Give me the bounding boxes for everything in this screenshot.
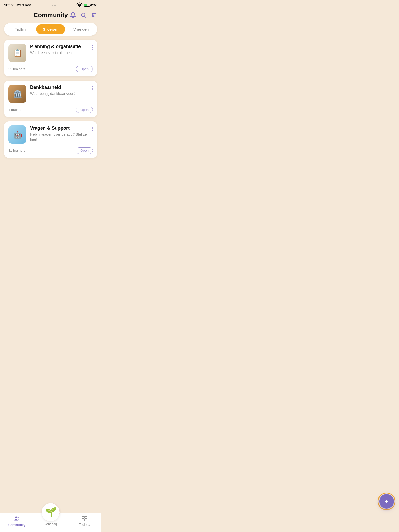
tab-tijdlijn[interactable]: Tijdlijn xyxy=(6,24,35,34)
group-menu-support[interactable] xyxy=(92,125,93,131)
group-info-dankbaarheid: Dankbaarheid Waar ben jij dankbaar voor? xyxy=(30,85,88,96)
group-info-planning: Planning & organisatie Wordt een ster in… xyxy=(30,44,88,56)
wifi-icon xyxy=(76,2,83,8)
group-name-planning: Planning & organisatie xyxy=(30,44,88,49)
group-brainers-planning: 21 brainers xyxy=(8,67,25,71)
group-name-support: Vragen & Support xyxy=(30,125,88,131)
group-card-dankbaarheid[interactable]: 🏛️ Dankbaarheid Waar ben jij dankbaar vo… xyxy=(4,81,97,117)
group-brainers-support: 31 brainers xyxy=(8,149,25,152)
group-card-bottom: 1 brainers Open xyxy=(8,106,93,113)
group-menu-planning[interactable] xyxy=(92,44,93,50)
battery-fill xyxy=(84,4,87,6)
status-dots xyxy=(52,5,56,6)
open-badge-dankbaarheid[interactable]: Open xyxy=(76,107,93,113)
dot-1 xyxy=(52,5,53,6)
battery-icon xyxy=(84,4,90,7)
svg-point-0 xyxy=(79,6,80,7)
dot-2 xyxy=(54,5,55,6)
group-desc-dankbaarheid: Waar ben jij dankbaar voor? xyxy=(30,91,88,96)
filter-button[interactable] xyxy=(90,12,97,18)
group-avatar-planning: 📋 xyxy=(8,44,26,62)
svg-point-1 xyxy=(81,13,85,17)
group-name-dankbaarheid: Dankbaarheid xyxy=(30,85,88,90)
header: Community xyxy=(0,9,101,23)
group-card-top: 🤖 Vragen & Support Heb jij vragen over d… xyxy=(8,125,93,144)
open-badge-support[interactable]: Open xyxy=(76,147,93,154)
group-desc-support: Heb jij vragen over de app? Stel ze hier… xyxy=(30,132,88,142)
menu-dot xyxy=(92,89,93,90)
status-date: Wo 9 nov. xyxy=(16,3,32,7)
bell-icon xyxy=(70,12,76,18)
group-avatar-dankbaarheid: 🏛️ xyxy=(8,85,26,103)
header-actions xyxy=(70,12,97,18)
group-card-bottom: 31 brainers Open xyxy=(8,147,93,154)
menu-dot xyxy=(92,88,93,89)
svg-point-5 xyxy=(94,13,95,14)
group-card-bottom: 21 brainers Open xyxy=(8,65,93,72)
search-button[interactable] xyxy=(80,12,87,18)
group-brainers-dankbaarheid: 1 brainers xyxy=(8,108,23,112)
status-time: 16:32 xyxy=(4,3,14,7)
page-title: Community xyxy=(34,11,68,19)
menu-dot xyxy=(92,47,93,48)
tab-bar: Tijdlijn Groepen Vrienden xyxy=(4,23,97,36)
menu-dot xyxy=(92,49,93,50)
group-menu-dankbaarheid[interactable] xyxy=(92,85,93,90)
status-right: 45% xyxy=(76,2,97,8)
menu-dot xyxy=(92,128,93,129)
group-info-support: Vragen & Support Heb jij vragen over de … xyxy=(30,125,88,142)
group-desc-planning: Wordt een ster in plannen. xyxy=(30,50,88,56)
tab-vrienden[interactable]: Vrienden xyxy=(66,24,96,34)
menu-dot xyxy=(92,130,93,131)
search-icon xyxy=(80,12,87,18)
menu-dot xyxy=(92,127,93,128)
group-card-planning[interactable]: 📋 Planning & organisatie Wordt een ster … xyxy=(4,40,97,76)
tab-section: Tijdlijn Groepen Vrienden xyxy=(0,23,101,40)
svg-point-6 xyxy=(92,15,93,16)
group-card-support[interactable]: 🤖 Vragen & Support Heb jij vragen over d… xyxy=(4,121,97,158)
battery-indicator: 45% xyxy=(84,3,97,7)
menu-dot xyxy=(92,45,93,46)
status-bar: 16:32 Wo 9 nov. 45% xyxy=(0,0,101,9)
group-avatar-support: 🤖 xyxy=(8,125,26,144)
groups-list: 📋 Planning & organisatie Wordt een ster … xyxy=(0,40,101,158)
group-card-top: 🏛️ Dankbaarheid Waar ben jij dankbaar vo… xyxy=(8,85,93,103)
menu-dot xyxy=(92,86,93,87)
filter-icon xyxy=(91,12,97,18)
dot-3 xyxy=(55,5,56,6)
open-badge-planning[interactable]: Open xyxy=(76,66,93,72)
bell-button[interactable] xyxy=(70,12,76,18)
tab-groepen[interactable]: Groepen xyxy=(36,24,65,34)
svg-point-7 xyxy=(94,16,95,17)
group-card-top: 📋 Planning & organisatie Wordt een ster … xyxy=(8,44,93,62)
battery-percentage: 45% xyxy=(90,3,97,7)
